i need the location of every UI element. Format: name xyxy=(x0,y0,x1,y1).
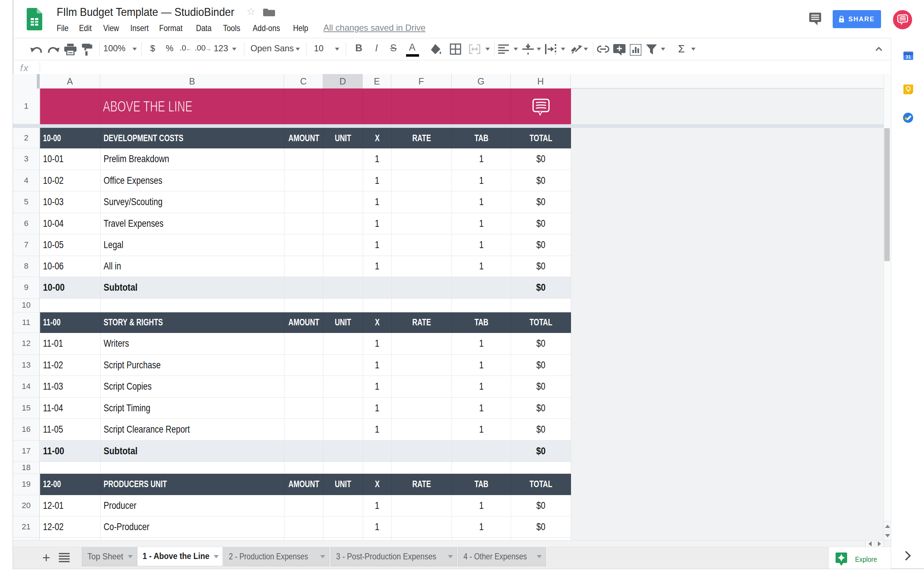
svg-text:31: 31 xyxy=(906,54,911,59)
